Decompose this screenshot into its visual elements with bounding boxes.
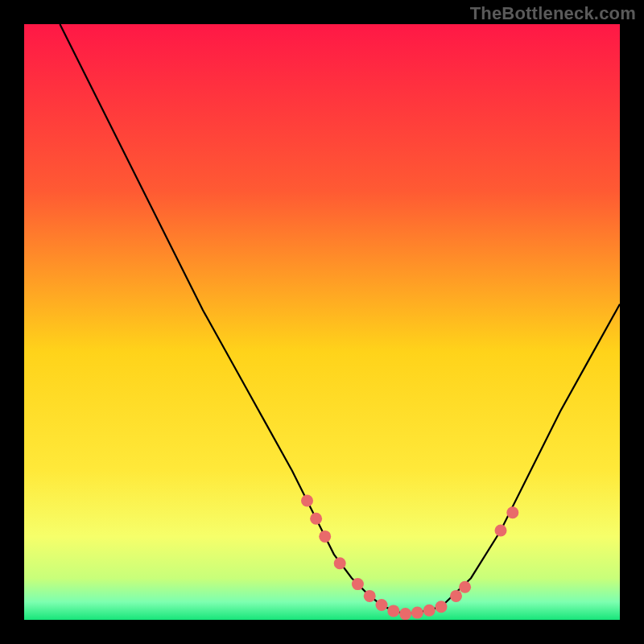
curve-marker — [376, 599, 388, 611]
chart-stage: TheBottleneck.com — [0, 0, 644, 644]
curve-marker — [399, 608, 411, 620]
curve-marker — [495, 525, 507, 537]
curve-marker — [387, 605, 399, 617]
curve-marker — [364, 590, 376, 602]
curve-marker — [423, 605, 436, 617]
watermark-text: TheBottleneck.com — [470, 3, 636, 24]
curve-marker — [352, 578, 364, 590]
curve-marker — [319, 530, 331, 543]
curve-marker — [459, 581, 471, 593]
curve-marker — [301, 495, 313, 507]
curve-marker — [310, 513, 322, 525]
bottleneck-chart — [0, 0, 644, 644]
curve-marker — [334, 557, 346, 569]
curve-marker — [450, 590, 462, 602]
curve-marker — [506, 506, 518, 518]
curve-marker — [436, 601, 448, 613]
curve-marker — [411, 607, 423, 619]
